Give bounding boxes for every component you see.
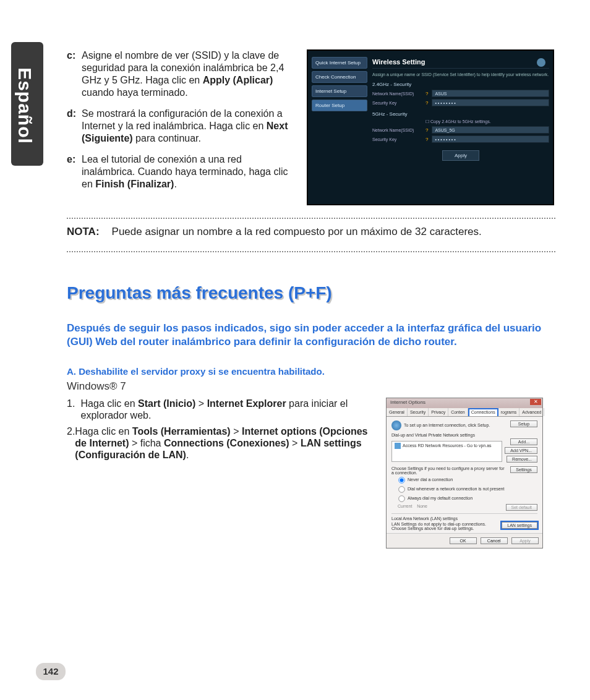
remove-button[interactable]: Remove... bbox=[507, 456, 537, 463]
copy-label: Copy 2.4GHz to 5GHz settings. bbox=[430, 119, 491, 124]
radio-always[interactable]: Always dial my default connection bbox=[398, 495, 537, 503]
num: 1. bbox=[67, 398, 81, 421]
step-e-label: e: bbox=[67, 153, 82, 190]
label: Security Key bbox=[372, 101, 422, 105]
connection-list[interactable]: Access RD Network Resources - Go to vpn.… bbox=[391, 441, 502, 462]
router-screenshot: Quick Internet Setup Check Connection In… bbox=[307, 49, 554, 205]
text: para continuar. bbox=[133, 133, 201, 143]
wireless-setting-title: Wireless Setting bbox=[372, 58, 549, 66]
dialog-buttons: OK Cancel Apply bbox=[387, 533, 542, 548]
step-d-label: d: bbox=[67, 108, 82, 145]
tab-privacy[interactable]: Privacy bbox=[429, 408, 448, 416]
lan-settings-button[interactable]: LAN settings bbox=[502, 522, 537, 529]
b: Connections (Conexiones) bbox=[164, 438, 289, 448]
t: > bbox=[231, 426, 242, 437]
set-default-button[interactable]: Set default bbox=[506, 504, 537, 511]
section-5ghz: 5GHz - Security bbox=[372, 111, 549, 117]
close-icon[interactable]: ✕ bbox=[530, 399, 541, 405]
current-value: None bbox=[417, 504, 427, 508]
key-24-input[interactable]: • • • • • • • • bbox=[432, 99, 549, 106]
separator bbox=[67, 218, 555, 219]
bold: Finish (Finalizar) bbox=[95, 179, 174, 189]
b: Start (Inicio) bbox=[138, 398, 195, 409]
ssid-5-input[interactable]: ASUS_5G bbox=[432, 126, 549, 134]
t: > bbox=[129, 438, 140, 448]
step-d: d: Se mostrará la configuración de la co… bbox=[67, 108, 296, 145]
radio-whenever[interactable]: Dial whenever a network connection is no… bbox=[398, 485, 537, 493]
text: . bbox=[174, 179, 176, 189]
b: Internet Explorer bbox=[207, 398, 286, 409]
tab-connections[interactable]: Connections bbox=[468, 408, 498, 416]
section-24ghz: 2.4GHz - Security bbox=[372, 82, 549, 87]
step-1: 1. Haga clic en Start (Inicio) > Interne… bbox=[67, 398, 376, 421]
settings-button[interactable]: Settings bbox=[510, 466, 537, 473]
setup-button[interactable]: Setup bbox=[510, 420, 537, 427]
globe-icon bbox=[391, 420, 401, 430]
cancel-button[interactable]: Cancel bbox=[481, 537, 508, 544]
page-number: 142 bbox=[36, 663, 66, 680]
current-label: Current bbox=[398, 504, 412, 508]
b: Tools (Herramientas) bbox=[132, 426, 231, 437]
tab-advanced[interactable]: Advanced bbox=[519, 408, 544, 416]
tab-programs[interactable]: rograms bbox=[498, 408, 520, 416]
language-label: Español bbox=[14, 67, 35, 144]
help-icon[interactable]: ? bbox=[425, 127, 428, 133]
lan-text: LAN Settings do not apply to dial-up con… bbox=[391, 522, 499, 531]
dialog-titlebar: Internet Options ✕ bbox=[387, 398, 542, 408]
help-icon[interactable]: ? bbox=[425, 91, 428, 96]
row-key-5: Security Key ? • • • • • • • • bbox=[372, 135, 549, 143]
t: Haga clic en bbox=[81, 398, 139, 409]
radio-label: Dial whenever a network connection is no… bbox=[408, 487, 504, 492]
apply-button[interactable]: Apply bbox=[511, 537, 539, 544]
check-connection-button[interactable]: Check Connection bbox=[312, 71, 367, 83]
ssid-24-input[interactable]: ASUS bbox=[432, 90, 549, 97]
key-5-input[interactable]: • • • • • • • • bbox=[432, 135, 549, 143]
faq-heading: Preguntas más frecuentes (P+F) bbox=[67, 283, 555, 303]
step-e: e: Lea el tutorial de conexión a una red… bbox=[67, 153, 296, 190]
step-1-text: Haga clic en Start (Inicio) > Internet E… bbox=[81, 398, 376, 421]
copy-checkbox-row[interactable]: ☐ Copy 2.4GHz to 5GHz settings. bbox=[372, 119, 549, 124]
router-main: Wireless Setting Assign a unique name or… bbox=[372, 58, 549, 161]
choose-text: Choose Settings if you need to configure… bbox=[391, 466, 508, 475]
info-text: Assign a unique name or SSID (Service Se… bbox=[372, 72, 549, 77]
radio-input[interactable] bbox=[398, 496, 404, 502]
row-key-24: Security Key ? • • • • • • • • bbox=[372, 99, 549, 106]
radio-input[interactable] bbox=[398, 477, 404, 484]
setup-text: To set up an Internet connection, click … bbox=[404, 423, 490, 427]
num: 2. bbox=[67, 425, 75, 461]
group-dun: Dial-up and Virtual Private Network sett… bbox=[391, 433, 537, 437]
step-c-text: Asigne el nombre de ver (SSID) y la clav… bbox=[82, 49, 296, 99]
t: > bbox=[289, 438, 301, 448]
apply-button[interactable]: Apply bbox=[442, 150, 479, 161]
tab-content[interactable]: Conten bbox=[448, 408, 468, 416]
add-button[interactable]: Add... bbox=[510, 438, 537, 445]
internet-setup-button[interactable]: Internet Setup bbox=[312, 85, 367, 97]
tab-security[interactable]: Security bbox=[408, 408, 429, 416]
numbered-steps: 1. Haga clic en Start (Inicio) > Interne… bbox=[67, 398, 376, 548]
router-sidebar: Quick Internet Setup Check Connection In… bbox=[312, 57, 367, 114]
help-icon[interactable]: ? bbox=[425, 100, 428, 106]
radio-label: Always dial my default connection bbox=[408, 497, 472, 501]
qis-button[interactable]: Quick Internet Setup bbox=[312, 57, 367, 69]
bold: Apply (Aplicar) bbox=[203, 75, 273, 85]
internet-options-dialog: Internet Options ✕ General Security Priv… bbox=[386, 398, 543, 548]
add-vpn-button[interactable]: Add VPN... bbox=[505, 447, 537, 454]
t: Haga clic en bbox=[75, 426, 132, 437]
label: Network Name(SSID) bbox=[372, 92, 422, 96]
step-2-text: Haga clic en Tools (Herramientas) > Inte… bbox=[75, 425, 376, 461]
radio-input[interactable] bbox=[398, 487, 404, 493]
step-d-text: Se mostrará la configuración de la conex… bbox=[82, 108, 296, 145]
radio-never[interactable]: Never dial a connection bbox=[398, 476, 537, 484]
dialog-title: Internet Options bbox=[390, 399, 425, 405]
help-icon[interactable]: ? bbox=[425, 137, 428, 142]
faq-question: Después de seguir los pasos indicados, s… bbox=[67, 322, 555, 349]
tab-general[interactable]: General bbox=[387, 408, 408, 416]
step-e-text: Lea el tutorial de conexión a una red in… bbox=[82, 153, 296, 190]
row-ssid-5: Network Name(SSID) ? ASUS_5G bbox=[372, 126, 549, 134]
radio-label: Never dial a connection bbox=[408, 478, 453, 482]
windows7-label: Windows® 7 bbox=[67, 380, 555, 393]
ok-button[interactable]: OK bbox=[450, 537, 477, 544]
list-item[interactable]: Access RD Network Resources - Go to vpn.… bbox=[403, 443, 492, 448]
router-setup-button[interactable]: Router Setup bbox=[312, 100, 367, 111]
group-lan: Local Area Network (LAN) settings bbox=[391, 516, 537, 521]
